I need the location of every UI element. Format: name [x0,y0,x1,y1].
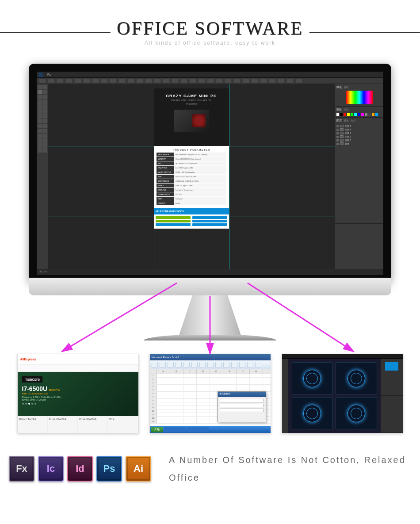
ps-option-button[interactable] [39,79,46,83]
toolbar-button-icon[interactable] [183,362,190,368]
ps-tool-icon[interactable] [42,148,47,153]
visibility-icon[interactable] [336,143,339,145]
ps-option-button[interactable] [110,79,116,83]
excel-toolbar[interactable] [150,360,271,369]
ps-tool-icon[interactable] [38,134,42,138]
swatch-icon[interactable] [354,113,357,116]
ps-option-button[interactable] [128,79,134,83]
ps-tool-icon[interactable] [42,138,47,143]
visibility-icon[interactable] [336,136,339,138]
product-card[interactable]: INTEL I5 SERIES [48,416,78,433]
column-header[interactable]: C [183,369,197,374]
layer-row[interactable]: 图层 1 [336,138,382,142]
ps-option-button[interactable] [287,79,293,83]
ps-option-button[interactable] [225,79,231,83]
column-header[interactable]: A [157,369,170,374]
row-number[interactable]: 13 [150,417,157,420]
ps-option-button[interactable] [269,79,275,83]
ps-option-button[interactable] [260,79,267,83]
ps-tool-icon[interactable] [38,104,42,109]
swatch-icon[interactable] [372,113,374,116]
ps-tool-icon[interactable] [38,109,42,114]
toolbar-button-icon[interactable] [215,362,221,368]
adjust-tab[interactable]: 调整 [336,108,342,112]
ps-menubar[interactable]: Ps [37,72,383,78]
ps-option-button[interactable] [84,79,90,83]
ps-options-bar[interactable] [37,78,383,84]
swatch-icon[interactable] [358,113,360,116]
ps-tool-icon[interactable] [42,109,47,114]
ps-option-button[interactable] [101,79,107,83]
ai-menubar[interactable] [282,354,403,359]
ps-option-button[interactable] [216,79,222,83]
toolbar-button-icon[interactable] [160,362,166,368]
ps-tool-icon[interactable] [42,104,47,109]
color-panel[interactable]: 颜色色板 [335,84,383,107]
ps-toolbox[interactable] [37,84,48,269]
ps-option-button[interactable] [207,79,214,83]
ps-tool-icon[interactable] [38,119,42,123]
swatch-icon[interactable] [336,113,339,116]
toolbar-button-icon[interactable] [223,362,229,368]
table-row[interactable]: 1 [150,374,271,378]
ps-tool-icon[interactable] [42,124,47,128]
ps-tool-icon[interactable] [38,90,42,94]
ps-option-button[interactable] [57,79,63,83]
product-card[interactable]: INTEL I7 SERIES [18,416,48,433]
ps-option-button[interactable] [234,79,240,83]
ps-tool-icon[interactable] [38,114,42,119]
ps-option-button[interactable] [172,79,178,83]
format-dialog[interactable]: 单元格格式 [218,391,266,422]
swatch-icon[interactable] [365,113,367,116]
visibility-icon[interactable] [336,132,339,134]
row-number[interactable]: 9 [150,402,157,405]
adjust-panel[interactable]: 调整样式 [335,107,383,118]
ps-tool-icon[interactable] [38,129,42,133]
ps-option-button[interactable] [252,79,258,83]
toolbar-button-icon[interactable] [168,362,174,368]
ps-tool-icon[interactable] [42,90,47,94]
ps-tool-icon[interactable] [38,148,42,153]
ps-tool-icon[interactable] [42,114,47,119]
toolbar-button-icon[interactable] [207,362,214,368]
row-number[interactable]: 8 [150,399,157,402]
ps-option-button[interactable] [181,79,187,83]
row-number[interactable]: 7 [150,395,157,398]
toolbar-button-icon[interactable] [152,362,158,368]
column-header[interactable]: B [170,369,183,374]
ps-tool-icon[interactable] [38,143,42,148]
row-number[interactable]: 11 [150,409,157,413]
paths-tab[interactable]: 路径 [351,119,356,123]
swatch-icon[interactable] [347,113,350,116]
start-button[interactable]: 开始 [151,427,163,432]
ps-option-button[interactable] [75,79,81,83]
ps-option-button[interactable] [278,79,284,83]
ai-panels[interactable] [381,359,403,433]
toolbar-button-icon[interactable] [255,362,261,368]
toolbar-button-icon[interactable] [199,362,206,368]
ai-canvas[interactable] [288,359,381,433]
swatches-tab[interactable]: 色板 [344,85,349,89]
ps-option-button[interactable] [119,79,125,83]
ps-tool-icon[interactable] [42,95,47,99]
column-header[interactable]: G [237,369,250,374]
ps-tool-icon[interactable] [42,129,47,133]
toolbar-button-icon[interactable] [231,362,237,368]
row-number[interactable]: 4 [150,385,157,388]
color-picker[interactable] [346,91,373,104]
row-number[interactable]: 10 [150,406,157,409]
row-number[interactable]: 5 [150,388,157,391]
swatch-icon[interactable] [351,113,353,116]
layer-row[interactable]: 图层 2 [336,135,382,138]
layer-row[interactable]: 图层 5 [336,124,382,128]
toolbar-button-icon[interactable] [247,362,253,368]
swatch-icon[interactable] [368,113,371,116]
row-number[interactable]: 6 [150,392,157,395]
ai-toolbox[interactable] [282,359,288,433]
ps-canvas[interactable]: CRAZY GAME MINI PC 6TH GEN INTEL CORE I7… [48,84,335,269]
ps-option-button[interactable] [163,79,169,83]
layer-row[interactable]: 图层 4 [336,128,382,131]
toolbar-button-icon[interactable] [191,362,198,368]
column-header[interactable]: E [210,369,223,374]
ps-option-button[interactable] [48,79,54,83]
